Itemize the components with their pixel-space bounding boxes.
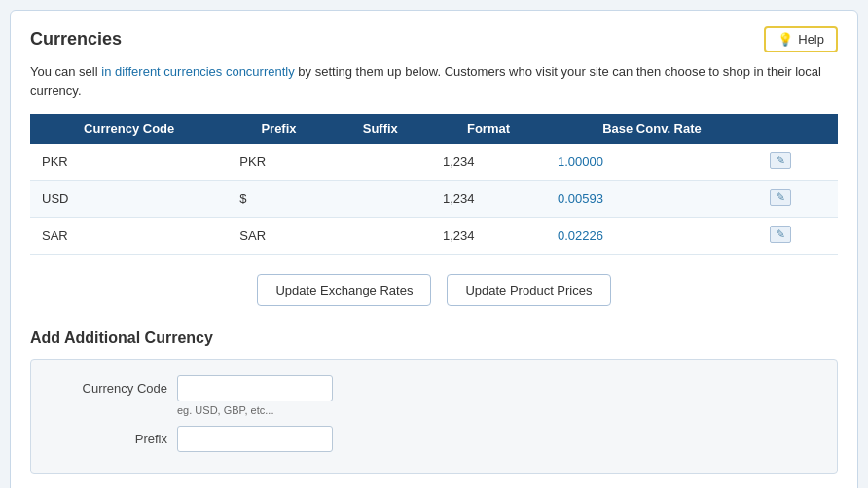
table-cell-2	[330, 144, 431, 181]
col-header-prefix: Prefix	[228, 114, 329, 144]
col-header-action1	[758, 114, 803, 144]
edit-icon[interactable]	[770, 189, 791, 206]
currency-code-label: Currency Code	[51, 375, 167, 396]
buttons-row: Update Exchange Rates Update Product Pri…	[30, 274, 838, 306]
header-row: Currencies 💡 Help	[30, 26, 838, 52]
col-header-suffix: Suffix	[330, 114, 431, 144]
table-cell-2	[330, 218, 431, 255]
description-highlight: in different currencies concurrently	[101, 64, 294, 79]
edit-cell[interactable]	[758, 218, 803, 255]
table-cell-3: 1,234	[431, 218, 546, 255]
add-currency-section: Currency Code eg. USD, GBP, etc... Prefi…	[30, 359, 838, 474]
table-cell-4: 0.02226	[546, 218, 758, 255]
currency-code-hint: eg. USD, GBP, etc...	[177, 404, 333, 416]
extra-cell	[803, 181, 838, 218]
help-button[interactable]: 💡 Help	[764, 26, 838, 52]
extra-cell	[803, 218, 838, 255]
currency-table: Currency Code Prefix Suffix Format Base …	[30, 114, 838, 255]
table-cell-1: PKR	[228, 144, 329, 181]
table-cell-0: SAR	[30, 218, 228, 255]
table-cell-0: PKR	[30, 144, 228, 181]
prefix-row: Prefix	[51, 426, 817, 452]
table-cell-2	[330, 181, 431, 218]
table-cell-4: 0.00593	[546, 181, 758, 218]
prefix-field-container	[177, 426, 333, 452]
edit-icon[interactable]	[770, 226, 791, 243]
description-text: You can sell in different currencies con…	[30, 62, 838, 100]
currency-code-field-container: eg. USD, GBP, etc...	[177, 375, 333, 416]
edit-cell[interactable]	[758, 144, 803, 181]
col-header-code: Currency Code	[30, 114, 228, 144]
page-title: Currencies	[30, 29, 122, 50]
col-header-action2	[803, 114, 838, 144]
update-product-prices-button[interactable]: Update Product Prices	[447, 274, 610, 306]
table-row: USD$1,2340.00593	[30, 181, 838, 218]
col-header-format: Format	[431, 114, 546, 144]
table-row: SARSAR1,2340.02226	[30, 218, 838, 255]
table-cell-3: 1,234	[431, 144, 546, 181]
edit-icon[interactable]	[770, 152, 791, 169]
currency-code-input[interactable]	[177, 375, 333, 401]
help-icon: 💡	[778, 32, 793, 47]
help-button-label: Help	[798, 32, 824, 47]
table-cell-4: 1.00000	[546, 144, 758, 181]
col-header-rate: Base Conv. Rate	[546, 114, 758, 144]
main-container: Currencies 💡 Help You can sell in differ…	[10, 10, 858, 488]
prefix-input[interactable]	[177, 426, 333, 452]
table-cell-1: SAR	[228, 218, 329, 255]
extra-cell	[803, 144, 838, 181]
update-exchange-rates-button[interactable]: Update Exchange Rates	[257, 274, 431, 306]
edit-cell[interactable]	[758, 181, 803, 218]
currency-code-row: Currency Code eg. USD, GBP, etc...	[51, 375, 817, 416]
add-currency-section-title: Add Additional Currency	[30, 330, 838, 347]
table-row: PKRPKR1,2341.00000	[30, 144, 838, 181]
prefix-label: Prefix	[51, 426, 167, 446]
table-cell-1: $	[228, 181, 329, 218]
table-cell-0: USD	[30, 181, 228, 218]
table-cell-3: 1,234	[431, 181, 546, 218]
